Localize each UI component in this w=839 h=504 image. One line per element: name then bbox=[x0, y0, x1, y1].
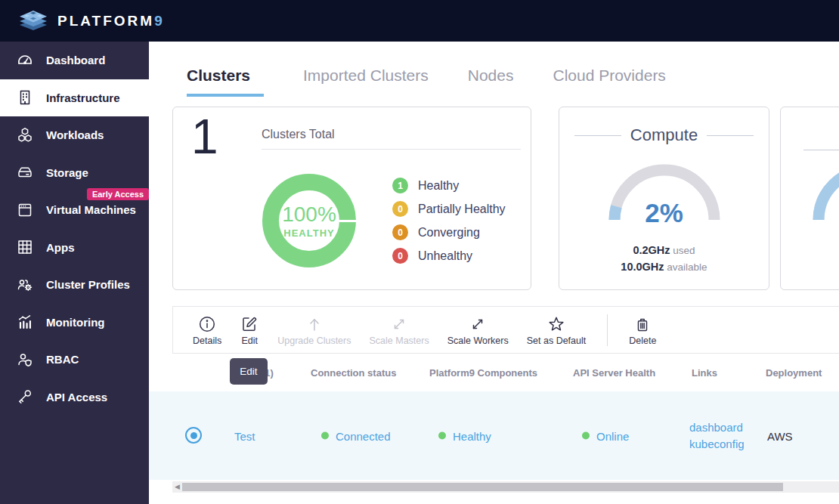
grid-icon bbox=[16, 238, 34, 256]
cubes-icon bbox=[16, 126, 34, 144]
legend-item-unhealthy: 0 Unhealthy bbox=[392, 248, 506, 264]
edit-pencil-icon bbox=[240, 314, 259, 334]
user-shield-icon bbox=[16, 351, 34, 369]
compute-available: 10.0GHz available bbox=[559, 261, 769, 273]
compute-card: Compute 2% 0.2GHz used 10.0GHz available bbox=[559, 107, 769, 290]
title-divider bbox=[262, 149, 521, 150]
tab-clusters[interactable]: Clusters bbox=[187, 66, 264, 97]
column-header-links[interactable]: Links bbox=[692, 367, 717, 379]
tab-imported-clusters[interactable]: Imported Clusters bbox=[303, 66, 429, 97]
sidebar-item-label: Cluster Profiles bbox=[46, 278, 130, 291]
deployment-cell: AWS bbox=[767, 429, 793, 442]
partially-healthy-count-badge: 0 bbox=[392, 201, 408, 217]
sidebar-item-monitoring[interactable]: Monitoring bbox=[0, 304, 149, 342]
horizontal-scrollbar[interactable]: ◀ bbox=[172, 481, 839, 493]
clusters-count: 1 bbox=[191, 109, 218, 165]
column-header-api-server-health[interactable]: API Server Health bbox=[573, 367, 655, 379]
tab-cloud-providers[interactable]: Cloud Providers bbox=[553, 66, 665, 97]
sidebar-item-label: Apps bbox=[46, 241, 75, 254]
row-radio-button[interactable] bbox=[185, 427, 202, 444]
scale-diagonal-icon bbox=[468, 314, 488, 334]
connection-status-cell: Connected bbox=[321, 429, 391, 442]
column-header-platform9-components[interactable]: Platform9 Components bbox=[429, 367, 537, 379]
building-icon bbox=[16, 88, 34, 107]
bar-chart-icon bbox=[16, 313, 34, 331]
title-line-left bbox=[803, 150, 839, 150]
brand-accent: 9 bbox=[154, 13, 163, 29]
sidebar-item-label: Workloads bbox=[46, 128, 104, 141]
sidebar-item-virtual-machines[interactable]: Early Access Virtual Machines bbox=[0, 191, 149, 229]
sidebar-item-rbac[interactable]: RBAC bbox=[0, 341, 149, 379]
info-icon bbox=[197, 314, 217, 334]
sidebar-item-apps[interactable]: Apps bbox=[0, 229, 149, 267]
compute-card-title: Compute bbox=[630, 125, 698, 145]
sidebar-item-label: API Access bbox=[46, 391, 107, 404]
trash-icon bbox=[633, 314, 652, 334]
upgrade-clusters-button[interactable]: Upgrade Clusters bbox=[277, 314, 351, 346]
drive-icon bbox=[16, 163, 34, 181]
sidebar-item-label: Storage bbox=[46, 166, 88, 179]
sidebar-item-cluster-profiles[interactable]: Cluster Profiles bbox=[0, 266, 149, 304]
health-donut-chart: 100% HEALTHY bbox=[262, 174, 356, 267]
top-bar: PLATFORM9 bbox=[0, 0, 839, 42]
main-content: Clusters Imported Clusters Nodes Cloud P… bbox=[149, 42, 839, 504]
app-window: PLATFORM9 Dashboard Infrastructure Workl… bbox=[0, 0, 839, 504]
edit-tooltip: Edit bbox=[230, 358, 268, 385]
platform9-logo-icon bbox=[17, 8, 50, 34]
scale-workers-button[interactable]: Scale Workers bbox=[447, 314, 509, 346]
legend-item-healthy: 1 Healthy bbox=[392, 178, 506, 193]
sidebar-item-api-access[interactable]: API Access bbox=[0, 379, 149, 416]
compute-percent: 2% bbox=[559, 198, 769, 228]
sidebar: Dashboard Infrastructure Workloads Stora… bbox=[0, 42, 149, 504]
api-server-health-cell: Online bbox=[582, 429, 629, 442]
sidebar-item-label: Infrastructure bbox=[46, 91, 120, 104]
sidebar-item-label: RBAC bbox=[46, 353, 79, 366]
tab-nodes[interactable]: Nodes bbox=[468, 66, 514, 97]
scale-masters-button[interactable]: Scale Masters bbox=[369, 314, 429, 346]
legend-item-partially-healthy: 0 Partially Healthy bbox=[392, 201, 506, 217]
brand-name: PLATFORM bbox=[57, 13, 154, 29]
scroll-left-arrow-icon[interactable]: ◀ bbox=[173, 481, 181, 493]
status-dot bbox=[321, 432, 329, 440]
sidebar-item-label: Monitoring bbox=[46, 316, 104, 329]
vm-window-icon bbox=[16, 201, 34, 219]
healthy-count-badge: 1 bbox=[392, 178, 408, 193]
scale-diagonal-icon bbox=[389, 314, 409, 334]
sidebar-item-storage[interactable]: Storage bbox=[0, 154, 149, 192]
converging-count-badge: 0 bbox=[392, 224, 408, 240]
unhealthy-count-badge: 0 bbox=[392, 248, 408, 264]
toolbar-divider bbox=[607, 314, 608, 346]
column-header-deployment[interactable]: Deployment bbox=[766, 367, 822, 379]
legend-item-converging: 0 Converging bbox=[392, 224, 506, 240]
clusters-card-title: Clusters Total bbox=[262, 128, 335, 141]
set-as-default-button[interactable]: Set as Default bbox=[527, 314, 587, 346]
clipped-card bbox=[780, 107, 839, 290]
cluster-name-link[interactable]: Test bbox=[234, 429, 255, 442]
people-gear-icon bbox=[16, 276, 34, 294]
kubeconfig-link[interactable]: kubeconfig bbox=[689, 436, 745, 453]
sidebar-item-workloads[interactable]: Workloads bbox=[0, 116, 149, 154]
details-button[interactable]: Details bbox=[193, 314, 221, 346]
status-dot bbox=[438, 432, 446, 440]
sidebar-item-infrastructure[interactable]: Infrastructure bbox=[0, 79, 149, 117]
sidebar-item-label: Virtual Machines bbox=[46, 203, 136, 216]
delete-button[interactable]: Delete bbox=[629, 314, 656, 346]
column-header-connection-status[interactable]: Connection status bbox=[311, 367, 396, 379]
clusters-total-card: 1 Clusters Total 100% HEALTHY 1 Healthy … bbox=[172, 107, 531, 290]
star-icon bbox=[546, 314, 566, 334]
dashboard-link[interactable]: dashboard bbox=[689, 419, 745, 436]
edit-button[interactable]: Edit bbox=[240, 314, 259, 346]
title-line-left bbox=[574, 135, 621, 136]
early-access-badge: Early Access bbox=[87, 188, 149, 200]
compute-used: 0.2GHz used bbox=[559, 244, 769, 256]
title-line-right bbox=[707, 135, 754, 136]
gauge-icon bbox=[16, 51, 34, 70]
table-row[interactable]: Test Connected Healthy Online dashboard … bbox=[149, 391, 839, 480]
status-dot bbox=[582, 432, 590, 440]
donut-percent: 100% bbox=[282, 203, 336, 227]
platform9-logo[interactable]: PLATFORM9 bbox=[17, 8, 163, 34]
health-legend: 1 Healthy 0 Partially Healthy 0 Convergi… bbox=[392, 178, 506, 264]
sidebar-item-label: Dashboard bbox=[46, 54, 105, 66]
scrollbar-thumb[interactable] bbox=[182, 483, 783, 491]
sidebar-item-dashboard[interactable]: Dashboard bbox=[0, 42, 149, 79]
